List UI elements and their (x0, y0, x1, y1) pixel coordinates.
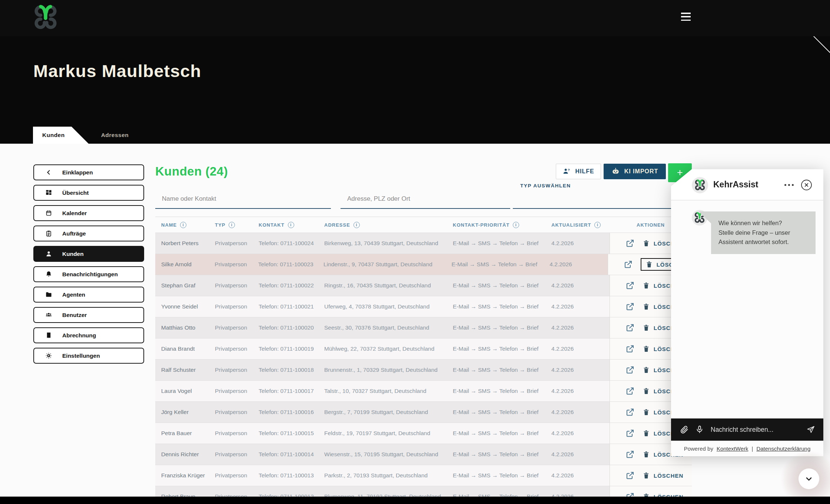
info-icon[interactable]: i (513, 222, 519, 228)
cell-aktualisiert: 4.2.2026 (551, 303, 610, 310)
table-row[interactable]: Jörg Keller Privatperson Telefon: 0711-1… (155, 401, 692, 423)
cell-adresse: Uferweg, 4, 70378 Stuttgart, Deutschland (324, 303, 453, 310)
cell-adresse: Wiesenstr., 15, 70195 Stuttgart, Deutsch… (324, 451, 453, 458)
col-typ[interactable]: TYPi (215, 222, 259, 228)
sidebar-item-kunden[interactable]: Kunden (33, 246, 144, 262)
open-customer-icon[interactable] (625, 302, 634, 311)
table-row[interactable]: Silke Arnold Privatperson Telefon: 0711-… (155, 254, 692, 275)
trash-icon (643, 430, 650, 437)
open-customer-icon[interactable] (625, 323, 634, 332)
open-customer-icon[interactable] (625, 429, 634, 438)
search-name-input[interactable] (155, 192, 331, 209)
cell-kontakt: Telefon: 0711-100022 (259, 282, 324, 289)
cell-aktualisiert: 4.2.2026 (551, 324, 610, 331)
cell-name: Matthias Otto (161, 324, 215, 331)
info-icon[interactable]: i (353, 222, 360, 228)
cell-aktualisiert: 4.2.2026 (551, 346, 610, 352)
sidebar-item-agenten[interactable]: Agenten (33, 287, 144, 303)
cell-typ: Privatperson (215, 409, 259, 415)
table-row[interactable]: Dennis Richter Privatperson Telefon: 071… (155, 444, 692, 465)
trash-icon (643, 324, 650, 331)
open-customer-icon[interactable] (624, 260, 633, 269)
table-row[interactable]: Ralf Schuster Privatperson Telefon: 0711… (155, 359, 692, 380)
trash-icon (643, 366, 650, 374)
cell-name: Stephan Graf (161, 282, 215, 289)
sidebar-item-einklappen[interactable]: Einklappen (33, 164, 144, 180)
tab-adressen[interactable]: Adressen (93, 127, 137, 144)
open-customer-icon[interactable] (625, 344, 634, 353)
table-row[interactable]: Petra Bauer Privatperson Telefon: 0711-1… (155, 423, 692, 444)
open-customer-icon[interactable] (625, 239, 634, 248)
open-customer-icon[interactable] (625, 408, 634, 417)
trash-icon (643, 451, 650, 458)
info-icon[interactable]: i (288, 222, 294, 228)
col-kontakt[interactable]: KONTAKTi (259, 222, 324, 228)
sidebar-item-abrechnung[interactable]: Abrechnung (33, 327, 144, 343)
section-heading: Kunden (24) (155, 164, 228, 178)
open-customer-icon[interactable] (625, 366, 634, 374)
info-icon[interactable]: i (594, 222, 601, 228)
table-row[interactable]: Stephan Graf Privatperson Telefon: 0711-… (155, 275, 692, 296)
sidebar-item-benutzer[interactable]: Benutzer (33, 307, 144, 323)
info-icon[interactable]: i (180, 222, 186, 228)
cell-kontakt: Telefon: 0711-100015 (259, 430, 324, 437)
type-select[interactable] (513, 192, 690, 209)
cell-adresse: Bergstr., 7, 70199 Stuttgart, Deutschlan… (324, 409, 453, 415)
cell-kontakt: Telefon: 0711-100019 (259, 346, 324, 352)
col-name[interactable]: NAMEi (161, 222, 215, 228)
sidebar-item-uebersicht[interactable]: Übersicht (33, 185, 144, 201)
trash-icon (643, 303, 650, 310)
col-adresse[interactable]: ADRESSEi (324, 222, 453, 228)
chat-more-options-icon[interactable] (784, 184, 794, 186)
delete-button[interactable]: LÖSCHEN (643, 472, 683, 479)
scroll-down-button[interactable] (799, 468, 819, 489)
hamburger-menu-icon[interactable] (681, 13, 691, 21)
send-icon[interactable] (806, 425, 815, 434)
sidebar-item-auftraege[interactable]: Aufträge (33, 226, 144, 241)
open-customer-icon[interactable] (625, 471, 634, 480)
cell-aktualisiert: 4.2.2026 (551, 282, 610, 289)
help-button[interactable]: ? HILFE (556, 164, 601, 179)
sidebar-item-einstellungen[interactable]: Einstellungen (33, 348, 144, 364)
ki-import-button[interactable]: KI IMPORT (604, 164, 666, 179)
open-customer-icon[interactable] (625, 281, 634, 290)
cell-adresse: Mühlweg, 22, 70372 Stuttgart, Deutschlan… (324, 346, 453, 352)
open-customer-icon[interactable] (625, 387, 634, 395)
chat-message-text: Wie können wir helfen? Stelle deine Frag… (718, 218, 808, 247)
cell-kontakt: Telefon: 0711-100021 (259, 303, 324, 310)
table-row[interactable]: Yvonne Seidel Privatperson Telefon: 0711… (155, 296, 692, 317)
sidebar-item-benachrichtigungen[interactable]: Benachrichtigungen (33, 266, 144, 282)
col-aktualisiert[interactable]: AKTUALISIERTi (551, 222, 610, 228)
robot-icon (611, 167, 620, 176)
table-row[interactable]: Diana Brandt Privatperson Telefon: 0711-… (155, 338, 692, 359)
topbar (0, 0, 830, 36)
chat-close-icon[interactable] (801, 179, 812, 191)
app-root: Markus Maulbetsch Kunden Adressen Einkla… (0, 0, 830, 504)
cell-prioritaet: E-Mail → SMS → Telefon → Brief (452, 261, 550, 268)
table-row[interactable]: Norbert Peters Privatperson Telefon: 071… (155, 233, 692, 254)
table-row[interactable]: Franziska Krüger Privatperson Telefon: 0… (155, 465, 692, 486)
cell-prioritaet: E-Mail → SMS → Telefon → Brief (453, 324, 551, 331)
kontextwerk-link[interactable]: KontextWerk (717, 445, 748, 452)
person-question-icon: ? (562, 167, 571, 176)
microphone-icon[interactable] (695, 425, 704, 434)
attachment-icon[interactable] (680, 425, 689, 434)
tab-kunden[interactable]: Kunden (33, 127, 89, 144)
chat-title: KehrAssist (713, 180, 758, 190)
cell-name: Silke Arnold (161, 261, 215, 268)
table-row[interactable]: Matthias Otto Privatperson Telefon: 0711… (155, 317, 692, 338)
search-address-input[interactable] (341, 192, 510, 209)
open-customer-icon[interactable] (625, 450, 634, 459)
table-row[interactable]: Laura Vogel Privatperson Telefon: 0711-1… (155, 380, 692, 401)
chat-message-bubble: Wie können wir helfen? Stelle deine Frag… (711, 211, 816, 254)
cell-typ: Privatperson (215, 451, 259, 458)
person-icon (45, 250, 52, 257)
cell-prioritaet: E-Mail → SMS → Telefon → Brief (453, 346, 551, 352)
col-kontakt-prioritaet[interactable]: KONTAKT-PRIORITÄTi (453, 222, 551, 228)
privacy-link[interactable]: Datenschutzerklärung (756, 445, 810, 452)
sidebar-item-kalender[interactable]: Kalender (33, 205, 144, 221)
info-icon[interactable]: i (229, 222, 235, 228)
table-body: Norbert Peters Privatperson Telefon: 071… (155, 233, 692, 504)
chat-message-input[interactable] (711, 426, 803, 434)
trash-icon (643, 345, 650, 353)
